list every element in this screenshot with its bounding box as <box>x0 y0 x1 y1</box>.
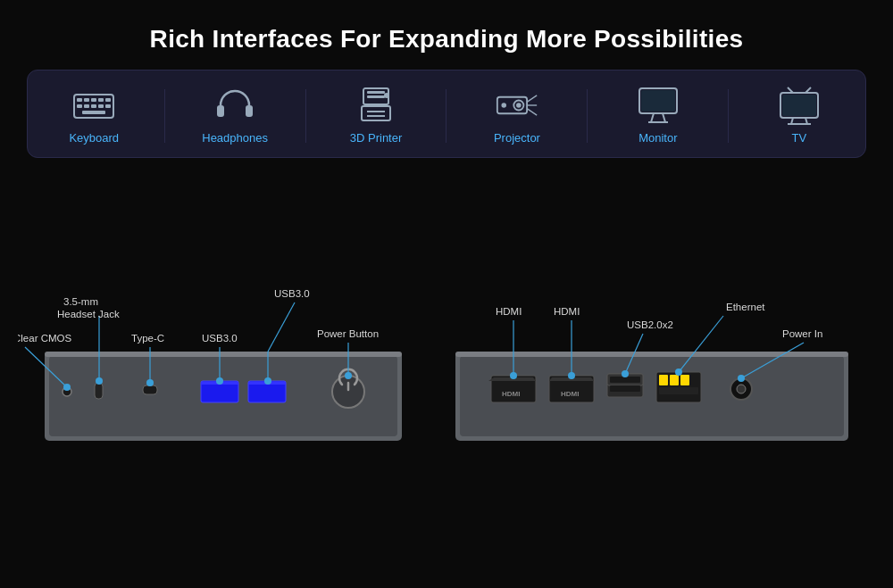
headphones-icon <box>213 87 256 124</box>
svg-rect-34 <box>782 95 816 116</box>
icon-tv: TV <box>755 87 844 145</box>
svg-rect-45 <box>143 385 157 394</box>
svg-rect-11 <box>82 111 105 114</box>
svg-text:HDMI: HDMI <box>496 306 522 317</box>
svg-rect-3 <box>91 98 96 102</box>
svg-rect-1 <box>77 98 82 102</box>
projector-label: Projector <box>494 131 540 145</box>
svg-line-31 <box>663 113 665 122</box>
svg-text:Clear CMOS: Clear CMOS <box>18 333 72 344</box>
svg-line-27 <box>527 109 537 115</box>
icons-strip: Keyboard Headphones 3D Printer <box>27 70 866 158</box>
svg-text:HDMI: HDMI <box>554 306 580 317</box>
svg-rect-8 <box>91 104 96 108</box>
page-title: Rich Interfaces For Expanding More Possi… <box>0 0 893 70</box>
svg-line-25 <box>527 95 537 102</box>
svg-text:USB2.0x2: USB2.0x2 <box>627 319 673 330</box>
printer-label: 3D Printer <box>350 131 403 145</box>
svg-rect-84 <box>610 385 640 392</box>
divider-3 <box>446 89 446 143</box>
headphones-label: Headphones <box>202 131 268 145</box>
icon-projector: Projector <box>472 87 562 145</box>
svg-rect-4 <box>98 98 104 102</box>
svg-point-102 <box>675 369 682 376</box>
divider-2 <box>305 89 306 143</box>
svg-point-70 <box>345 372 352 379</box>
svg-point-93 <box>510 372 517 379</box>
svg-line-38 <box>805 118 807 124</box>
diagram-wrapper: 3.5-mm Headset Jack Clear CMOS Type-C US… <box>18 178 875 463</box>
svg-rect-15 <box>367 91 385 94</box>
keyboard-label: Keyboard <box>69 131 119 145</box>
svg-point-57 <box>63 384 71 391</box>
svg-rect-5 <box>105 98 111 102</box>
tv-label: TV <box>791 131 806 145</box>
monitor-icon <box>637 87 680 124</box>
svg-rect-7 <box>84 104 89 108</box>
svg-text:Headset Jack: Headset Jack <box>57 309 120 319</box>
monitor-label: Monitor <box>638 131 677 145</box>
svg-text:Type-C: Type-C <box>131 333 164 344</box>
icon-headphones: Headphones <box>190 87 280 145</box>
icon-monitor: Monitor <box>613 87 703 145</box>
svg-rect-16 <box>367 95 385 98</box>
divider-5 <box>728 89 729 143</box>
svg-text:Power In: Power In <box>782 328 822 339</box>
keyboard-icon <box>72 87 115 124</box>
svg-text:Power Button: Power Button <box>317 328 379 339</box>
svg-text:USB3.0: USB3.0 <box>274 288 310 299</box>
svg-rect-83 <box>610 377 640 383</box>
svg-text:3.5-mm: 3.5-mm <box>63 296 98 307</box>
svg-point-63 <box>216 377 223 385</box>
svg-point-96 <box>568 372 575 379</box>
svg-rect-89 <box>659 387 698 394</box>
svg-point-20 <box>384 93 389 98</box>
svg-rect-2 <box>84 98 89 102</box>
svg-text:USB3.0: USB3.0 <box>202 333 238 344</box>
svg-point-60 <box>146 379 154 386</box>
svg-rect-29 <box>641 90 675 112</box>
svg-rect-9 <box>98 104 104 108</box>
svg-text:Ethernet: Ethernet <box>726 302 765 312</box>
svg-line-30 <box>651 113 654 122</box>
svg-rect-17 <box>362 106 390 120</box>
svg-point-53 <box>96 377 103 385</box>
svg-point-91 <box>737 385 746 393</box>
svg-rect-88 <box>680 375 689 385</box>
projector-icon <box>496 87 538 124</box>
svg-point-24 <box>501 103 506 108</box>
svg-rect-87 <box>670 375 679 385</box>
diagram-svg: 3.5-mm Headset Jack Clear CMOS Type-C US… <box>18 178 875 463</box>
svg-rect-10 <box>105 104 111 108</box>
svg-point-50 <box>332 376 364 408</box>
svg-text:HDMI: HDMI <box>561 390 579 398</box>
icon-3dprinter: 3D Printer <box>331 87 421 145</box>
svg-line-37 <box>791 118 793 124</box>
printer-icon <box>355 87 397 124</box>
svg-rect-6 <box>77 104 82 108</box>
icon-keyboard: Keyboard <box>49 87 138 145</box>
svg-point-105 <box>738 375 745 382</box>
divider-4 <box>587 89 588 143</box>
svg-point-99 <box>622 370 629 377</box>
svg-rect-13 <box>246 105 253 117</box>
divider-1 <box>164 89 165 143</box>
svg-rect-44 <box>95 383 103 399</box>
svg-rect-86 <box>659 375 668 385</box>
svg-point-23 <box>516 103 522 108</box>
svg-text:HDMI: HDMI <box>502 390 520 398</box>
svg-line-65 <box>268 302 295 352</box>
svg-rect-12 <box>217 105 224 117</box>
svg-rect-74 <box>455 352 848 357</box>
tv-icon <box>778 87 821 124</box>
